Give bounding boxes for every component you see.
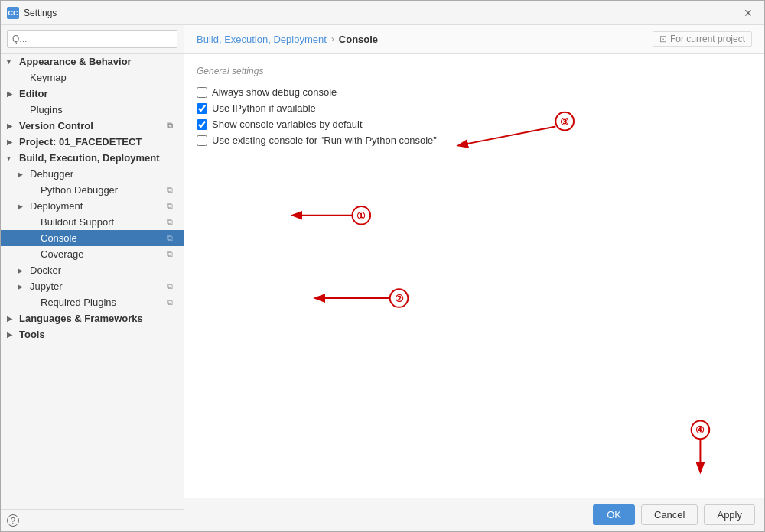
close-button[interactable]: ✕ [738, 4, 758, 22]
expand-icon: ▶ [7, 138, 18, 146]
expand-icon: ▾ [7, 154, 18, 162]
sidebar-bottom: ? [1, 509, 184, 531]
sidebar-item-python-debugger[interactable]: Python Debugger ⧉ [1, 182, 184, 198]
sidebar-item-label: Editor [19, 88, 177, 99]
breadcrumb-parent[interactable]: Build, Execution, Deployment [197, 34, 327, 45]
expand-icon: ▶ [18, 203, 28, 210]
sidebar-item-jupyter[interactable]: ▶ Jupyter ⧉ [1, 278, 184, 294]
search-box [1, 25, 184, 54]
for-current-project-label: For current project [670, 34, 745, 44]
settings-window: CC Settings ✕ ▾ Appearance & Behavior Ke… [0, 0, 765, 532]
title-bar: CC Settings ✕ [1, 1, 764, 25]
sidebar-item-buildout-support[interactable]: Buildout Support ⧉ [1, 214, 184, 230]
checkbox-row-always-show-debug[interactable]: Always show debug console [197, 84, 752, 100]
copy-icon: ⧉ [167, 201, 177, 212]
copy-icon: ⧉ [167, 233, 177, 244]
copy-icon: ⧉ [167, 249, 177, 260]
sidebar-item-label: Languages & Frameworks [19, 313, 177, 324]
sidebar-item-docker[interactable]: ▶ Docker [1, 262, 184, 278]
expand-icon: ▶ [18, 170, 28, 178]
help-button[interactable]: ? [7, 514, 19, 527]
checkbox-label-always-show-debug: Always show debug console [212, 86, 337, 98]
sidebar-item-label: Coverage [41, 248, 167, 260]
sidebar-item-label: Debugger [30, 168, 177, 180]
sidebar-item-coverage[interactable]: Coverage ⧉ [1, 246, 184, 262]
svg-point-10 [692, 421, 710, 440]
bottom-buttons: OK Cancel Apply [184, 498, 764, 531]
expand-icon: ▶ [18, 267, 28, 274]
cancel-button[interactable]: Cancel [641, 504, 698, 525]
svg-text:④: ④ [695, 424, 705, 436]
copy-icon: ⧉ [167, 281, 177, 292]
sidebar-item-label: Python Debugger [41, 184, 167, 196]
apply-button[interactable]: Apply [704, 504, 755, 525]
sidebar-item-required-plugins[interactable]: Required Plugins ⧉ [1, 294, 184, 310]
content-area: ▾ Appearance & Behavior Keymap ▶ Editor … [1, 25, 764, 531]
breadcrumb-separator: › [331, 34, 334, 44]
checkbox-row-use-existing-console[interactable]: Use existing console for "Run with Pytho… [197, 132, 752, 148]
search-input[interactable] [7, 30, 177, 48]
sidebar-item-label: Keymap [30, 72, 177, 83]
sidebar-item-label: Build, Execution, Deployment [19, 152, 177, 164]
sidebar-item-languages-frameworks[interactable]: ▶ Languages & Frameworks [1, 310, 184, 326]
svg-text:②: ② [395, 293, 404, 304]
app-icon: CC [7, 7, 19, 19]
checkbox-row-use-ipython[interactable]: Use IPython if available [197, 100, 752, 116]
svg-point-4 [390, 289, 409, 307]
sidebar-item-label: Version Control [19, 120, 167, 131]
breadcrumb-bar: Build, Execution, Deployment › Console ⊡… [184, 25, 764, 54]
checkbox-show-console-vars[interactable] [197, 119, 207, 130]
sidebar-item-deployment[interactable]: ▶ Deployment ⧉ [1, 198, 184, 214]
sidebar-item-tools[interactable]: ▶ Tools [1, 326, 184, 342]
sidebar-item-version-control[interactable]: ▶ Version Control ⧉ [1, 118, 184, 134]
main-content: Build, Execution, Deployment › Console ⊡… [184, 25, 764, 531]
checkbox-label-use-existing-console: Use existing console for "Run with Pytho… [212, 135, 437, 146]
checkbox-use-ipython[interactable] [197, 103, 207, 114]
sidebar: ▾ Appearance & Behavior Keymap ▶ Editor … [1, 25, 184, 531]
sidebar-item-project[interactable]: ▶ Project: 01_FACEDETECT [1, 134, 184, 150]
checkbox-label-use-ipython: Use IPython if available [212, 102, 316, 114]
sidebar-item-appearance-behavior[interactable]: ▾ Appearance & Behavior [1, 54, 184, 70]
sidebar-item-debugger[interactable]: ▶ Debugger [1, 166, 184, 182]
copy-icon: ⧉ [167, 185, 177, 196]
settings-group: Always show debug console Use IPython if… [197, 84, 752, 148]
checkbox-label-show-console-vars: Show console variables by default [212, 118, 363, 130]
sidebar-item-console[interactable]: Console ⧉ [1, 230, 184, 246]
sidebar-item-label: Required Plugins [41, 297, 167, 308]
sidebar-item-label: Plugins [30, 104, 177, 115]
copy-icon: ⧉ [167, 297, 177, 308]
sidebar-item-editor[interactable]: ▶ Editor [1, 86, 184, 102]
sidebar-item-label: Project: 01_FACEDETECT [19, 136, 177, 148]
copy-icon: ⧉ [167, 217, 177, 228]
expand-icon: ▶ [7, 122, 18, 130]
expand-icon: ▾ [7, 58, 18, 66]
sidebar-item-label: Console [41, 232, 167, 244]
checkbox-row-show-console-vars[interactable]: Show console variables by default [197, 116, 752, 132]
sidebar-item-label: Docker [30, 264, 177, 276]
expand-icon: ▶ [7, 331, 18, 339]
monitor-icon: ⊡ [659, 34, 667, 44]
sidebar-item-label: Deployment [30, 200, 167, 212]
sidebar-item-keymap[interactable]: Keymap [1, 70, 184, 86]
nav-tree: ▾ Appearance & Behavior Keymap ▶ Editor … [1, 54, 184, 509]
expand-icon: ▶ [18, 283, 28, 290]
sidebar-item-label: Buildout Support [41, 216, 167, 228]
sidebar-item-build-exec-deploy[interactable]: ▾ Build, Execution, Deployment [1, 150, 184, 166]
svg-point-1 [352, 206, 370, 225]
copy-icon: ⧉ [167, 121, 177, 131]
sidebar-item-label: Jupyter [30, 281, 167, 292]
sidebar-item-plugins[interactable]: Plugins [1, 102, 184, 118]
expand-icon: ▶ [7, 315, 18, 323]
expand-icon: ▶ [7, 90, 18, 98]
checkbox-use-existing-console[interactable] [197, 135, 207, 146]
sidebar-item-label: Tools [19, 329, 177, 340]
window-title: Settings [24, 8, 738, 18]
section-title: General settings [197, 66, 752, 76]
breadcrumb-current: Console [339, 34, 378, 45]
svg-text:①: ① [356, 210, 366, 222]
sidebar-item-label: Appearance & Behavior [19, 56, 177, 67]
for-current-project-button[interactable]: ⊡ For current project [653, 31, 752, 47]
ok-button[interactable]: OK [593, 504, 635, 525]
panel-body: General settings Always show debug conso… [184, 54, 764, 498]
checkbox-always-show-debug[interactable] [197, 87, 207, 98]
